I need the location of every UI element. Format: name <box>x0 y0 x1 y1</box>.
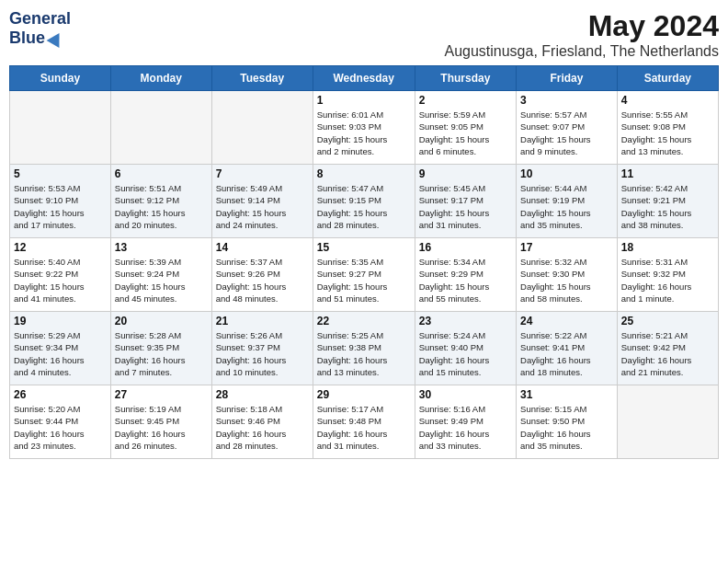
calendar-week-row: 5Sunrise: 5:53 AMSunset: 9:10 PMDaylight… <box>10 165 719 238</box>
day-info: Sunrise: 5:59 AMSunset: 9:05 PMDaylight:… <box>419 109 512 157</box>
day-number: 10 <box>520 167 613 180</box>
page-header: General Blue May 2024 Augustinusga, Frie… <box>9 9 719 60</box>
day-number: 23 <box>419 315 512 327</box>
calendar-cell: 8Sunrise: 5:47 AMSunset: 9:15 PMDaylight… <box>313 165 415 238</box>
day-info: Sunrise: 5:51 AMSunset: 9:12 PMDaylight:… <box>115 182 208 231</box>
day-number: 12 <box>14 241 107 254</box>
day-number: 15 <box>317 241 411 254</box>
day-info: Sunrise: 5:21 AMSunset: 9:42 PMDaylight:… <box>621 329 714 378</box>
calendar-cell: 28Sunrise: 5:18 AMSunset: 9:46 PMDayligh… <box>211 385 313 459</box>
day-info: Sunrise: 6:01 AMSunset: 9:03 PMDaylight:… <box>317 109 411 157</box>
day-header-monday: Monday <box>110 66 211 91</box>
calendar-cell: 5Sunrise: 5:53 AMSunset: 9:10 PMDaylight… <box>10 165 111 238</box>
day-number: 11 <box>621 167 714 180</box>
day-info: Sunrise: 5:35 AMSunset: 9:27 PMDaylight:… <box>317 256 411 304</box>
calendar-cell: 26Sunrise: 5:20 AMSunset: 9:44 PMDayligh… <box>10 385 111 459</box>
day-number: 3 <box>520 94 613 107</box>
day-info: Sunrise: 5:22 AMSunset: 9:41 PMDaylight:… <box>520 329 613 378</box>
day-number: 7 <box>216 167 309 180</box>
calendar-cell: 14Sunrise: 5:37 AMSunset: 9:26 PMDayligh… <box>211 238 313 312</box>
calendar-cell: 7Sunrise: 5:49 AMSunset: 9:14 PMDaylight… <box>211 165 313 238</box>
calendar-table: SundayMondayTuesdayWednesdayThursdayFrid… <box>9 65 719 459</box>
day-number: 24 <box>520 315 613 327</box>
day-info: Sunrise: 5:47 AMSunset: 9:15 PMDaylight:… <box>317 182 411 231</box>
logo-text-blue: Blue <box>9 29 45 48</box>
day-info: Sunrise: 5:26 AMSunset: 9:37 PMDaylight:… <box>216 329 309 378</box>
calendar-cell: 29Sunrise: 5:17 AMSunset: 9:48 PMDayligh… <box>313 385 415 459</box>
day-number: 26 <box>14 388 107 401</box>
day-header-sunday: Sunday <box>10 66 111 91</box>
day-number: 13 <box>115 241 208 254</box>
day-info: Sunrise: 5:37 AMSunset: 9:26 PMDaylight:… <box>216 256 309 304</box>
calendar-cell: 23Sunrise: 5:24 AMSunset: 9:40 PMDayligh… <box>415 312 516 385</box>
calendar-cell: 12Sunrise: 5:40 AMSunset: 9:22 PMDayligh… <box>10 238 111 312</box>
calendar-cell: 4Sunrise: 5:55 AMSunset: 9:08 PMDaylight… <box>617 91 718 165</box>
day-info: Sunrise: 5:40 AMSunset: 9:22 PMDaylight:… <box>14 256 107 304</box>
calendar-header-row: SundayMondayTuesdayWednesdayThursdayFrid… <box>10 66 719 91</box>
calendar-cell: 24Sunrise: 5:22 AMSunset: 9:41 PMDayligh… <box>517 312 618 385</box>
day-number: 18 <box>621 241 714 254</box>
day-number: 31 <box>520 388 613 401</box>
calendar-cell: 1Sunrise: 6:01 AMSunset: 9:03 PMDaylight… <box>313 91 415 165</box>
day-info: Sunrise: 5:19 AMSunset: 9:45 PMDaylight:… <box>115 403 208 452</box>
day-number: 30 <box>419 388 512 401</box>
logo-triangle-icon <box>47 29 66 47</box>
day-number: 5 <box>14 167 107 180</box>
day-info: Sunrise: 5:20 AMSunset: 9:44 PMDaylight:… <box>14 403 107 452</box>
day-number: 8 <box>317 167 411 180</box>
calendar-cell: 13Sunrise: 5:39 AMSunset: 9:24 PMDayligh… <box>110 238 211 312</box>
logo: General Blue <box>9 9 71 48</box>
day-info: Sunrise: 5:45 AMSunset: 9:17 PMDaylight:… <box>419 182 512 231</box>
day-info: Sunrise: 5:32 AMSunset: 9:30 PMDaylight:… <box>520 256 613 304</box>
day-header-friday: Friday <box>517 66 618 91</box>
day-info: Sunrise: 5:44 AMSunset: 9:19 PMDaylight:… <box>520 182 613 231</box>
day-info: Sunrise: 5:31 AMSunset: 9:32 PMDaylight:… <box>621 256 714 304</box>
calendar-cell: 11Sunrise: 5:42 AMSunset: 9:21 PMDayligh… <box>617 165 718 238</box>
day-number: 1 <box>317 94 411 107</box>
day-number: 20 <box>115 315 208 327</box>
title-section: May 2024 Augustinusga, Friesland, The Ne… <box>444 9 719 60</box>
calendar-week-row: 12Sunrise: 5:40 AMSunset: 9:22 PMDayligh… <box>10 238 719 312</box>
day-info: Sunrise: 5:24 AMSunset: 9:40 PMDaylight:… <box>419 329 512 378</box>
calendar-cell: 3Sunrise: 5:57 AMSunset: 9:07 PMDaylight… <box>517 91 618 165</box>
day-info: Sunrise: 5:42 AMSunset: 9:21 PMDaylight:… <box>621 182 714 231</box>
day-info: Sunrise: 5:55 AMSunset: 9:08 PMDaylight:… <box>621 109 714 157</box>
day-number: 22 <box>317 315 411 327</box>
day-number: 6 <box>115 167 208 180</box>
day-number: 2 <box>419 94 512 107</box>
calendar-cell: 6Sunrise: 5:51 AMSunset: 9:12 PMDaylight… <box>110 165 211 238</box>
calendar-cell: 9Sunrise: 5:45 AMSunset: 9:17 PMDaylight… <box>415 165 516 238</box>
calendar-week-row: 26Sunrise: 5:20 AMSunset: 9:44 PMDayligh… <box>10 385 719 459</box>
calendar-cell: 30Sunrise: 5:16 AMSunset: 9:49 PMDayligh… <box>415 385 516 459</box>
day-info: Sunrise: 5:39 AMSunset: 9:24 PMDaylight:… <box>115 256 208 304</box>
day-info: Sunrise: 5:29 AMSunset: 9:34 PMDaylight:… <box>14 329 107 378</box>
day-number: 25 <box>621 315 714 327</box>
day-number: 14 <box>216 241 309 254</box>
day-number: 4 <box>621 94 714 107</box>
calendar-cell: 18Sunrise: 5:31 AMSunset: 9:32 PMDayligh… <box>617 238 718 312</box>
day-number: 21 <box>216 315 309 327</box>
calendar-cell: 2Sunrise: 5:59 AMSunset: 9:05 PMDaylight… <box>415 91 516 165</box>
day-number: 19 <box>14 315 107 327</box>
calendar-cell: 25Sunrise: 5:21 AMSunset: 9:42 PMDayligh… <box>617 312 718 385</box>
day-number: 27 <box>115 388 208 401</box>
calendar-cell: 10Sunrise: 5:44 AMSunset: 9:19 PMDayligh… <box>517 165 618 238</box>
calendar-cell <box>211 91 313 165</box>
calendar-cell: 22Sunrise: 5:25 AMSunset: 9:38 PMDayligh… <box>313 312 415 385</box>
day-header-thursday: Thursday <box>415 66 516 91</box>
location-subtitle: Augustinusga, Friesland, The Netherlands <box>444 43 719 60</box>
calendar-cell <box>110 91 211 165</box>
day-header-tuesday: Tuesday <box>211 66 313 91</box>
month-year-title: May 2024 <box>444 9 719 43</box>
day-info: Sunrise: 5:53 AMSunset: 9:10 PMDaylight:… <box>14 182 107 231</box>
day-info: Sunrise: 5:34 AMSunset: 9:29 PMDaylight:… <box>419 256 512 304</box>
day-header-saturday: Saturday <box>617 66 718 91</box>
day-info: Sunrise: 5:25 AMSunset: 9:38 PMDaylight:… <box>317 329 411 378</box>
day-number: 28 <box>216 388 309 401</box>
calendar-cell <box>10 91 111 165</box>
calendar-cell: 15Sunrise: 5:35 AMSunset: 9:27 PMDayligh… <box>313 238 415 312</box>
day-info: Sunrise: 5:16 AMSunset: 9:49 PMDaylight:… <box>419 403 512 452</box>
calendar-week-row: 19Sunrise: 5:29 AMSunset: 9:34 PMDayligh… <box>10 312 719 385</box>
day-info: Sunrise: 5:18 AMSunset: 9:46 PMDaylight:… <box>216 403 309 452</box>
calendar-cell: 19Sunrise: 5:29 AMSunset: 9:34 PMDayligh… <box>10 312 111 385</box>
